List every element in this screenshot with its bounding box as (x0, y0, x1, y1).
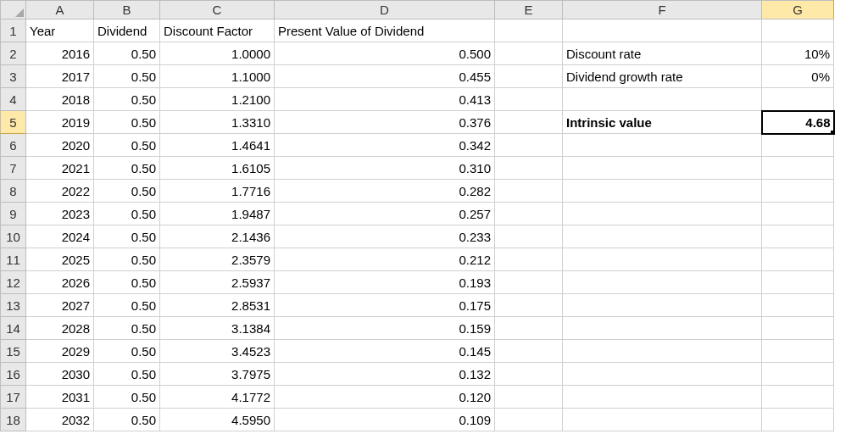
cell-G17[interactable] (762, 386, 834, 409)
cell-A8[interactable]: 2022 (26, 180, 94, 203)
cell-G4[interactable] (762, 88, 834, 111)
cell-B17[interactable]: 0.50 (94, 386, 160, 409)
cell-F16[interactable] (563, 363, 762, 386)
cell-D12[interactable]: 0.193 (275, 271, 495, 294)
row-header-18[interactable]: 18 (1, 409, 26, 431)
cell-A1[interactable]: Year (26, 19, 94, 42)
cell-C12[interactable]: 2.5937 (160, 271, 275, 294)
cell-E7[interactable] (495, 157, 563, 180)
cell-F9[interactable] (563, 203, 762, 225)
col-header-A[interactable]: A (26, 1, 94, 19)
cell-F5[interactable]: Intrinsic value (563, 111, 762, 134)
cell-C2[interactable]: 1.0000 (160, 42, 275, 65)
cell-A13[interactable]: 2027 (26, 294, 94, 317)
cell-G15[interactable] (762, 340, 834, 363)
cell-B3[interactable]: 0.50 (94, 65, 160, 88)
cell-C7[interactable]: 1.6105 (160, 157, 275, 180)
cell-G12[interactable] (762, 271, 834, 294)
cell-E2[interactable] (495, 42, 563, 65)
cell-E12[interactable] (495, 271, 563, 294)
cell-E15[interactable] (495, 340, 563, 363)
cell-E4[interactable] (495, 88, 563, 111)
cell-C8[interactable]: 1.7716 (160, 180, 275, 203)
cell-B12[interactable]: 0.50 (94, 271, 160, 294)
cell-D5[interactable]: 0.376 (275, 111, 495, 134)
cell-F14[interactable] (563, 317, 762, 340)
cell-D18[interactable]: 0.109 (275, 409, 495, 431)
cell-F6[interactable] (563, 134, 762, 157)
row-header-12[interactable]: 12 (1, 271, 26, 294)
cell-E14[interactable] (495, 317, 563, 340)
cell-F18[interactable] (563, 409, 762, 431)
col-header-G[interactable]: G (762, 1, 834, 19)
cell-C18[interactable]: 4.5950 (160, 409, 275, 431)
row-header-15[interactable]: 15 (1, 340, 26, 363)
cell-B4[interactable]: 0.50 (94, 88, 160, 111)
row-header-11[interactable]: 11 (1, 248, 26, 271)
cell-A14[interactable]: 2028 (26, 317, 94, 340)
cell-A11[interactable]: 2025 (26, 248, 94, 271)
cell-D14[interactable]: 0.159 (275, 317, 495, 340)
row-header-2[interactable]: 2 (1, 42, 26, 65)
row-header-9[interactable]: 9 (1, 203, 26, 225)
cell-G9[interactable] (762, 203, 834, 225)
cell-G3[interactable]: 0% (762, 65, 834, 88)
cell-F3[interactable]: Dividend growth rate (563, 65, 762, 88)
cell-G6[interactable] (762, 134, 834, 157)
cell-G18[interactable] (762, 409, 834, 431)
cell-B2[interactable]: 0.50 (94, 42, 160, 65)
cell-B18[interactable]: 0.50 (94, 409, 160, 431)
cell-A16[interactable]: 2030 (26, 363, 94, 386)
row-header-10[interactable]: 10 (1, 225, 26, 248)
cell-B10[interactable]: 0.50 (94, 225, 160, 248)
cell-F4[interactable] (563, 88, 762, 111)
cell-C16[interactable]: 3.7975 (160, 363, 275, 386)
cell-D1[interactable]: Present Value of Dividend (275, 19, 495, 42)
cell-E5[interactable] (495, 111, 563, 134)
cell-C17[interactable]: 4.1772 (160, 386, 275, 409)
cell-D7[interactable]: 0.310 (275, 157, 495, 180)
cell-E10[interactable] (495, 225, 563, 248)
cell-E1[interactable] (495, 19, 563, 42)
cell-D6[interactable]: 0.342 (275, 134, 495, 157)
cell-G14[interactable] (762, 317, 834, 340)
cell-G16[interactable] (762, 363, 834, 386)
cell-C5[interactable]: 1.3310 (160, 111, 275, 134)
cell-F13[interactable] (563, 294, 762, 317)
cell-F1[interactable] (563, 19, 762, 42)
cell-F2[interactable]: Discount rate (563, 42, 762, 65)
cell-A3[interactable]: 2017 (26, 65, 94, 88)
col-header-F[interactable]: F (563, 1, 762, 19)
cell-D11[interactable]: 0.212 (275, 248, 495, 271)
select-all-corner[interactable] (1, 1, 26, 19)
cell-B8[interactable]: 0.50 (94, 180, 160, 203)
cell-F15[interactable] (563, 340, 762, 363)
cell-D9[interactable]: 0.257 (275, 203, 495, 225)
cell-G2[interactable]: 10% (762, 42, 834, 65)
cell-C15[interactable]: 3.4523 (160, 340, 275, 363)
cell-E13[interactable] (495, 294, 563, 317)
cell-E17[interactable] (495, 386, 563, 409)
cell-C11[interactable]: 2.3579 (160, 248, 275, 271)
cell-D17[interactable]: 0.120 (275, 386, 495, 409)
cell-D10[interactable]: 0.233 (275, 225, 495, 248)
cell-F8[interactable] (563, 180, 762, 203)
row-header-8[interactable]: 8 (1, 180, 26, 203)
cell-D4[interactable]: 0.413 (275, 88, 495, 111)
cell-C10[interactable]: 2.1436 (160, 225, 275, 248)
cell-E11[interactable] (495, 248, 563, 271)
col-header-D[interactable]: D (275, 1, 495, 19)
row-header-13[interactable]: 13 (1, 294, 26, 317)
cell-E16[interactable] (495, 363, 563, 386)
cell-E8[interactable] (495, 180, 563, 203)
cell-B1[interactable]: Dividend (94, 19, 160, 42)
cell-A18[interactable]: 2032 (26, 409, 94, 431)
cell-G1[interactable] (762, 19, 834, 42)
row-header-6[interactable]: 6 (1, 134, 26, 157)
cell-E6[interactable] (495, 134, 563, 157)
cell-B15[interactable]: 0.50 (94, 340, 160, 363)
cell-B14[interactable]: 0.50 (94, 317, 160, 340)
cell-C4[interactable]: 1.2100 (160, 88, 275, 111)
cell-F12[interactable] (563, 271, 762, 294)
cell-C14[interactable]: 3.1384 (160, 317, 275, 340)
